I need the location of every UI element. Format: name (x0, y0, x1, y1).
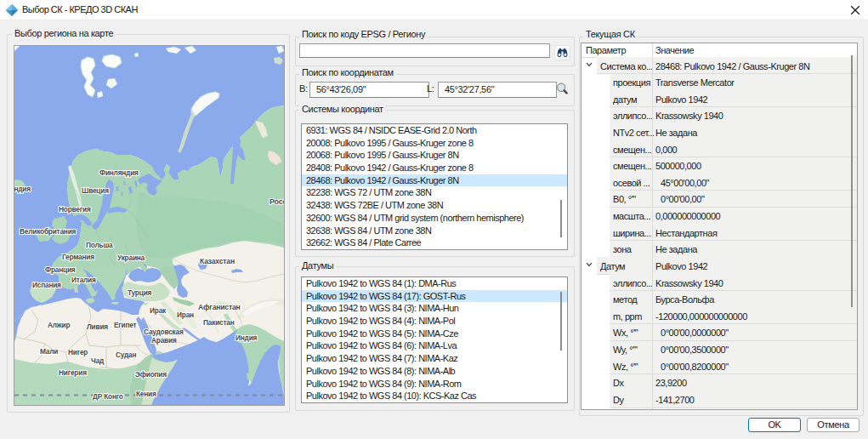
svg-text:Франция: Франция (45, 265, 76, 274)
svg-text:Норвегия: Норвегия (59, 205, 91, 214)
svg-text:Испания: Испания (32, 281, 61, 289)
svg-text:Россия: Россия (269, 197, 284, 206)
svg-text:Чад: Чад (91, 356, 105, 365)
svg-text:Кения: Кения (136, 390, 156, 398)
svg-text:Алжир: Алжир (48, 321, 70, 329)
svg-text:Египет: Египет (114, 321, 137, 329)
svg-text:Швеция: Швеция (82, 186, 109, 195)
svg-text:Пакистан: Пакистан (203, 318, 235, 327)
svg-text:Нигер: Нигер (68, 348, 88, 356)
svg-text:Италия: Италия (71, 276, 96, 284)
svg-text:Судан: Судан (116, 351, 136, 359)
svg-text:Турция: Турция (128, 288, 152, 297)
svg-text:Украина: Украина (117, 254, 145, 262)
svg-text:Мали: Мали (40, 347, 58, 356)
svg-text:Афганистан: Афганистан (198, 303, 241, 311)
svg-text:Казахстан: Казахстан (200, 257, 235, 265)
svg-text:ландия: ландия (14, 185, 31, 193)
svg-text:Ливия: Ливия (87, 322, 108, 331)
svg-text:ДР Конго: ДР Конго (93, 392, 123, 401)
svg-text:Эфиопия: Эфиопия (135, 370, 167, 379)
svg-text:Финляндия: Финляндия (99, 168, 139, 177)
svg-text:Нигерия: Нигерия (59, 368, 87, 377)
svg-text:Германия: Германия (62, 253, 94, 261)
svg-text:Саудовская: Саудовская (144, 328, 184, 336)
svg-text:Великобритания: Великобритания (20, 227, 77, 236)
svg-text:Ирак: Ирак (150, 306, 167, 315)
svg-text:Индия: Индия (235, 334, 258, 342)
svg-text:Аравия: Аравия (151, 336, 177, 345)
svg-text:Польша: Польша (86, 241, 113, 249)
svg-text:Иран: Иран (177, 311, 194, 319)
